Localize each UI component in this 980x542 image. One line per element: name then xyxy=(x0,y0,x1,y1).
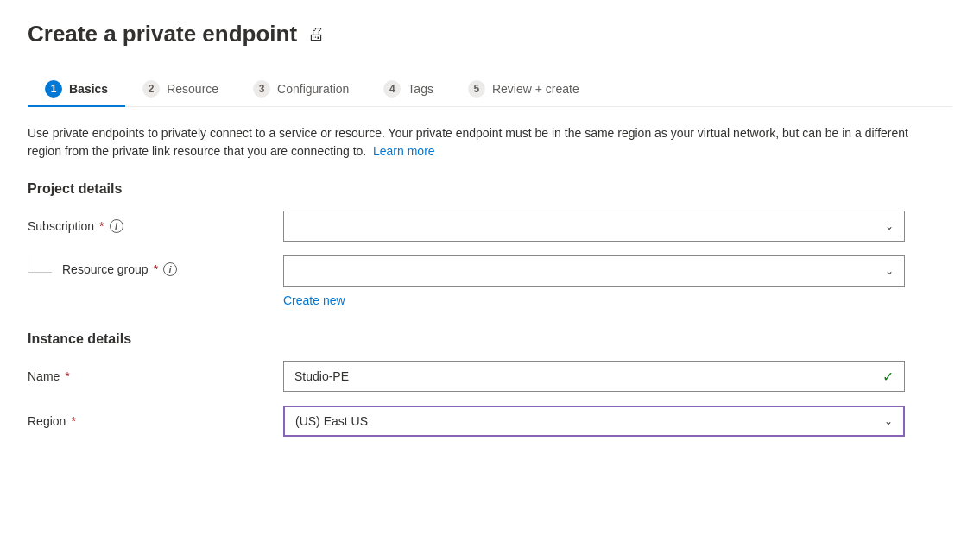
resource-group-info-icon[interactable]: i xyxy=(163,262,177,276)
name-valid-icon: ✓ xyxy=(882,369,894,385)
name-control-wrapper: Studio-PE ✓ xyxy=(283,361,905,392)
page-header: Create a private endpoint 🖨 xyxy=(28,21,952,47)
instance-details-section: Instance details Name * Studio-PE ✓ Regi… xyxy=(28,331,952,437)
description-text: Use private endpoints to privately conne… xyxy=(28,124,934,161)
tab-configuration[interactable]: 3 Configuration xyxy=(236,72,366,106)
region-control-wrapper: (US) East US ⌄ xyxy=(283,406,905,437)
tab-number-1: 1 xyxy=(45,80,62,98)
create-new-link[interactable]: Create new xyxy=(283,293,905,307)
subscription-required: * xyxy=(99,219,104,233)
tab-number-4: 4 xyxy=(383,80,401,98)
tab-number-2: 2 xyxy=(142,80,160,98)
print-icon[interactable]: 🖨 xyxy=(307,24,325,44)
subscription-label: Subscription * i xyxy=(28,219,269,233)
resource-group-dropdown[interactable]: ⌄ xyxy=(283,255,905,287)
learn-more-link[interactable]: Learn more xyxy=(373,144,435,158)
tab-resource[interactable]: 2 Resource xyxy=(125,72,236,106)
name-row: Name * Studio-PE ✓ xyxy=(28,361,952,392)
subscription-row: Subscription * i ⌄ xyxy=(28,211,952,242)
subscription-control-wrapper: ⌄ xyxy=(283,211,905,242)
tab-label-resource: Resource xyxy=(167,82,218,96)
name-label: Name * xyxy=(28,369,269,383)
tab-tags[interactable]: 4 Tags xyxy=(366,72,451,106)
tab-review-create[interactable]: 5 Review + create xyxy=(451,72,597,106)
subscription-dropdown[interactable]: ⌄ xyxy=(283,211,905,242)
tab-number-5: 5 xyxy=(468,80,485,98)
region-label: Region * xyxy=(28,414,269,428)
region-dropdown[interactable]: (US) East US ⌄ xyxy=(283,406,905,437)
region-dropdown-arrow: ⌄ xyxy=(884,415,893,427)
region-value: (US) East US xyxy=(295,414,368,428)
name-required: * xyxy=(65,369,69,383)
tab-label-review-create: Review + create xyxy=(492,82,579,96)
project-details-section: Project details Subscription * i ⌄ xyxy=(28,181,952,307)
project-details-header: Project details xyxy=(28,181,952,197)
subscription-dropdown-arrow: ⌄ xyxy=(885,220,894,232)
region-row: Region * (US) East US ⌄ xyxy=(28,406,952,437)
tab-basics[interactable]: 1 Basics xyxy=(28,72,125,106)
tabs-container: 1 Basics 2 Resource 3 Configuration 4 Ta… xyxy=(28,72,952,107)
tab-label-basics: Basics xyxy=(69,82,108,96)
instance-details-header: Instance details xyxy=(28,331,952,347)
tab-label-configuration: Configuration xyxy=(277,82,349,96)
tab-number-3: 3 xyxy=(253,80,270,98)
resource-group-control-wrapper: ⌄ Create new xyxy=(283,255,905,307)
resource-group-label: Resource group xyxy=(62,262,149,276)
name-value: Studio-PE xyxy=(294,369,349,383)
page-title: Create a private endpoint xyxy=(28,21,297,47)
name-input[interactable]: Studio-PE ✓ xyxy=(283,361,905,392)
resource-group-dropdown-arrow: ⌄ xyxy=(885,265,894,277)
region-required: * xyxy=(71,414,75,428)
subscription-info-icon[interactable]: i xyxy=(110,219,123,233)
resource-group-label-area: Resource group * i xyxy=(28,255,269,276)
resource-group-required: * xyxy=(154,262,158,276)
tab-label-tags: Tags xyxy=(408,82,433,96)
